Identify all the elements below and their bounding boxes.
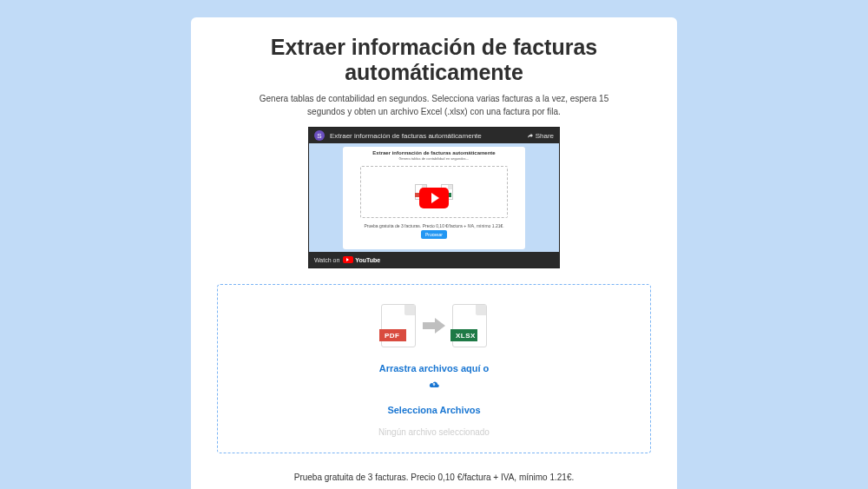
page-title: Extraer información de facturas automáti… <box>217 35 651 85</box>
mini-preview-title: Extraer información de facturas automáti… <box>372 150 495 155</box>
trial-info-text: Prueba gratuita de 3 facturas. Precio 0,… <box>217 472 651 482</box>
main-card: Extraer información de facturas automáti… <box>191 17 677 489</box>
page-subtitle: Genera tablas de contabilidad en segundo… <box>217 92 651 118</box>
channel-avatar: S <box>314 130 325 141</box>
youtube-icon <box>343 256 353 263</box>
arrow-right-icon <box>423 320 445 332</box>
play-button[interactable] <box>419 188 449 208</box>
video-footer: Watch on YouTube <box>309 252 559 268</box>
watch-on-label: Watch on <box>314 257 339 263</box>
video-header: S Extraer información de facturas automá… <box>309 128 559 143</box>
share-icon <box>527 132 534 139</box>
xlsx-file-icon: XLSX <box>452 304 487 347</box>
drag-files-label: Arrastra archivos aquí o <box>227 363 641 373</box>
mini-trial-text: Prueba gratuita de 3 facturas. Precio 0,… <box>364 223 503 228</box>
mini-preview-subtitle: Genera tablas de contabilidad en segundo… <box>398 156 469 161</box>
select-files-button[interactable]: Selecciona Archivos <box>378 400 489 420</box>
no-file-selected-label: Ningún archivo seleccionado <box>227 427 641 437</box>
share-button[interactable]: Share <box>527 132 554 140</box>
youtube-logo[interactable]: YouTube <box>343 256 380 263</box>
file-dropzone[interactable]: PDF XLSX Arrastra archivos aquí o Selecc… <box>217 284 651 453</box>
pdf-file-icon: PDF <box>381 304 416 347</box>
video-title: Extraer información de facturas automáti… <box>330 132 482 140</box>
conversion-illustration: PDF XLSX <box>227 304 641 347</box>
cloud-upload-icon <box>428 377 440 393</box>
video-embed[interactable]: S Extraer información de facturas automá… <box>308 127 560 268</box>
mini-process-button: Procesar <box>421 230 447 239</box>
